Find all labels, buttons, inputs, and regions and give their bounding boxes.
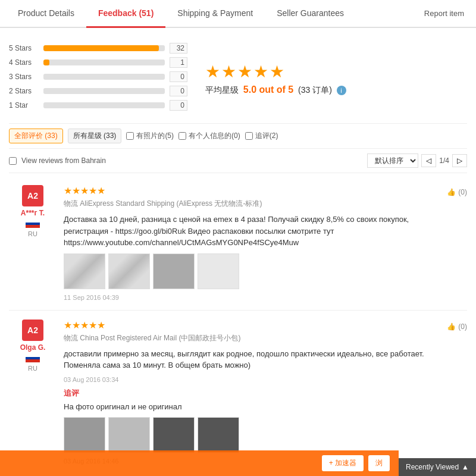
- filter-all-stars[interactable]: 所有星级 (33): [68, 129, 122, 143]
- reviewer-info-1: A2 A***г T. RU: [9, 185, 57, 301]
- review-text-2: доставили примерно за месяц, выглядит ка…: [64, 348, 430, 371]
- review-body-1: ★★★★★ 物流 AliExpress Standard Shipping (A…: [64, 185, 430, 301]
- tab-seller-guarantees[interactable]: Seller Guarantees: [265, 0, 356, 28]
- rating-text: 平均星级 5.0 out of 5 (33 订单) i: [205, 84, 346, 96]
- thumb-up-icon-1: 👍: [447, 188, 456, 196]
- review-thumb-1-3[interactable]: [153, 253, 195, 289]
- star-3-label: 3 Stars: [9, 73, 39, 81]
- filter-personal-info-checkbox[interactable]: [178, 132, 186, 140]
- star-5-label: 5 Stars: [9, 44, 39, 52]
- tab-shipping[interactable]: Shipping & Payment: [165, 0, 265, 28]
- filter-followup-checkbox[interactable]: [245, 132, 253, 140]
- star-1-bar-container: [43, 102, 165, 108]
- recently-viewed-arrow: ▲: [462, 463, 469, 471]
- like-count-1: (0): [458, 188, 467, 196]
- star-4-label: 4 Stars: [9, 58, 39, 67]
- info-icon[interactable]: i: [337, 86, 346, 95]
- average-label: 平均星级: [205, 85, 239, 95]
- review-stars-2: ★★★★★: [64, 320, 430, 331]
- star-5-count: 32: [170, 43, 187, 54]
- star-5-bar-fill: [43, 45, 159, 51]
- tab-product-details[interactable]: Product Details: [6, 0, 86, 28]
- star-2-label: 2 Stars: [9, 87, 39, 95]
- review-images-1: [64, 253, 430, 289]
- rating-stars-large: ★★★★★: [205, 62, 346, 82]
- like-btn-1[interactable]: 👍 (0): [447, 188, 467, 196]
- flag-label-2: RU: [28, 365, 37, 372]
- followup-text-2: На фото оригинал и не оригинал: [64, 401, 430, 413]
- sort-select[interactable]: 默认排序: [367, 154, 418, 168]
- flag-2: [26, 354, 40, 362]
- next-page-button[interactable]: ▷: [452, 154, 467, 167]
- star-bars: 5 Stars 32 4 Stars 1 3 Stars 0: [9, 43, 187, 114]
- review-shipping-1: 物流 AliExpress Standard Shipping (AliExpr…: [64, 199, 430, 209]
- review-thumb-1-2[interactable]: [108, 253, 150, 289]
- page-info: 1/4: [439, 156, 449, 165]
- followup-thumb-2-3[interactable]: [153, 417, 195, 453]
- nav-tabs: Product Details Feedback (51) Shipping &…: [0, 0, 476, 28]
- review-list: A2 A***г T. RU ★★★★★ 物流 AliExpress Stand…: [9, 173, 467, 476]
- star-4-bar-container: [43, 60, 165, 65]
- star-3-count: 0: [170, 71, 187, 82]
- review-thumb-1-1[interactable]: [64, 253, 105, 289]
- flag-1: [26, 220, 40, 228]
- review-item: A2 A***г T. RU ★★★★★ 物流 AliExpress Stand…: [9, 176, 467, 311]
- rating-summary: 5 Stars 32 4 Stars 1 3 Stars 0: [9, 37, 467, 123]
- star-2-bar-container: [43, 88, 165, 94]
- rating-right: ★★★★★ 平均星级 5.0 out of 5 (33 订单) i: [205, 43, 346, 114]
- star-row-3: 3 Stars 0: [9, 71, 187, 82]
- reviewer-name-1[interactable]: A***г T.: [21, 209, 45, 217]
- review-shipping-2: 物流 China Post Registered Air Mail (中国邮政挂…: [64, 333, 430, 343]
- star-1-label: 1 Star: [9, 101, 39, 109]
- star-4-count: 1: [170, 57, 187, 68]
- like-count-2: (0): [458, 322, 467, 331]
- tab-feedback[interactable]: Feedback (51): [86, 0, 165, 28]
- review-body-2: ★★★★★ 物流 China Post Registered Air Mail …: [64, 320, 430, 470]
- bottom-toolbar: + 加速器 浏: [0, 450, 399, 476]
- avatar-2: A2: [22, 320, 43, 341]
- view-region-checkbox[interactable]: [9, 157, 17, 165]
- followup-thumb-2-4[interactable]: [198, 417, 239, 453]
- filter-personal-info-label[interactable]: 有个人信息的(0): [178, 131, 240, 141]
- view-region-label: View reviews from Bahrain: [21, 156, 106, 165]
- star-5-bar-container: [43, 45, 165, 51]
- reviewer-name-2[interactable]: Olga G.: [20, 343, 46, 352]
- prev-page-button[interactable]: ◁: [421, 154, 436, 167]
- recently-viewed-label: Recently Viewed: [406, 463, 459, 471]
- orders-count: (33 订单): [298, 85, 332, 95]
- filter-with-photo-label[interactable]: 有照片的(5): [126, 131, 174, 141]
- filter-followup-text: 追评(2): [255, 131, 278, 141]
- review-stars-1: ★★★★★: [64, 185, 430, 196]
- recently-viewed-panel[interactable]: Recently Viewed ▲: [399, 458, 476, 476]
- review-right-1: 👍 (0): [437, 185, 467, 301]
- filter-followup-label[interactable]: 追评(2): [245, 131, 278, 141]
- review-date-2a: 03 Aug 2016 03:34: [64, 376, 430, 383]
- add-accelerator-button[interactable]: + 加速器: [322, 455, 364, 471]
- like-btn-2[interactable]: 👍 (0): [447, 322, 467, 331]
- filter-with-photo-checkbox[interactable]: [126, 132, 134, 140]
- filter-bar: 全部评价 (33) 所有星级 (33) 有照片的(5) 有个人信息的(0) 追评…: [9, 123, 467, 149]
- followup-label-2: 追评: [64, 388, 430, 399]
- filter-with-photo-text: 有照片的(5): [136, 131, 174, 141]
- followup-thumb-2-1[interactable]: [64, 417, 105, 453]
- star-row-5: 5 Stars 32: [9, 43, 187, 54]
- review-thumb-1-4[interactable]: [198, 253, 239, 289]
- avatar-1: A2: [22, 185, 43, 206]
- review-text-1: Доставка за 10 дней, разница с ценой на …: [64, 214, 430, 249]
- pagination: 默认排序 ◁ 1/4 ▷: [367, 154, 467, 168]
- view-button[interactable]: 浏: [368, 455, 390, 471]
- main-content: 5 Stars 32 4 Stars 1 3 Stars 0: [0, 28, 476, 476]
- filter-personal-info-text: 有个人信息的(0): [189, 131, 240, 141]
- followup-images-2: [64, 417, 430, 453]
- star-4-bar-fill: [43, 60, 49, 65]
- star-2-count: 0: [170, 86, 187, 96]
- star-row-1: 1 Star 0: [9, 100, 187, 111]
- flag-label-1: RU: [28, 230, 37, 237]
- review-date-1: 11 Sep 2016 04:39: [64, 294, 430, 301]
- star-row-4: 4 Stars 1: [9, 57, 187, 68]
- report-item-link[interactable]: Report item: [418, 1, 470, 26]
- view-region-bar: View reviews from Bahrain 默认排序 ◁ 1/4 ▷: [9, 149, 467, 173]
- thumb-up-icon-2: 👍: [447, 322, 456, 331]
- filter-all[interactable]: 全部评价 (33): [9, 129, 63, 143]
- followup-thumb-2-2[interactable]: [108, 417, 150, 453]
